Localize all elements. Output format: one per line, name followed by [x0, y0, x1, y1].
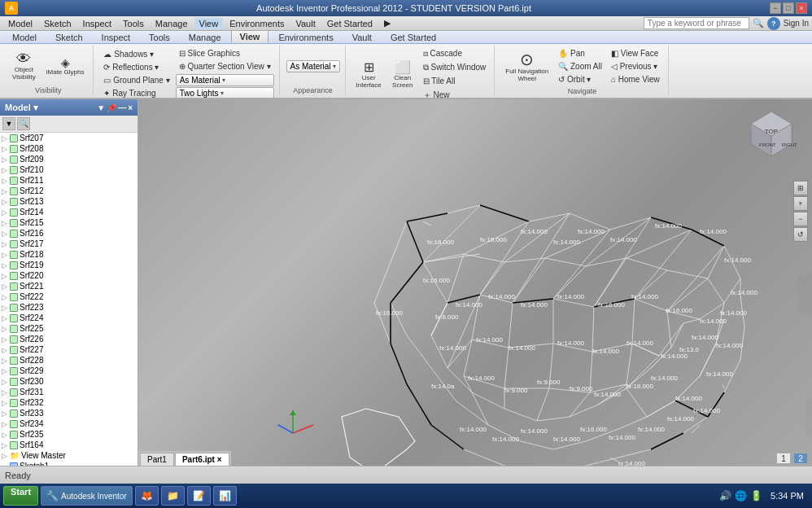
minimize-panel-icon[interactable]: — [118, 103, 126, 112]
quarter-section-button[interactable]: ⊕ Quarter Section View ▾ [176, 60, 274, 72]
zoom-out-button[interactable]: − [793, 212, 808, 226]
network-icon[interactable]: 🌐 [735, 490, 747, 501]
menu-model[interactable]: Model [3, 18, 37, 29]
pan-button[interactable]: ✋ Pan [555, 47, 605, 59]
ground-plane-button[interactable]: ▭ Ground Plane ▾ [100, 74, 172, 86]
taskbar-inventor[interactable]: 🔧 Autodesk Inventor [41, 486, 133, 506]
zoom-all-button[interactable]: 🔍 Zoom All [555, 60, 605, 72]
maximize-button[interactable]: □ [783, 2, 794, 14]
filter-icon[interactable]: ▼ [97, 103, 105, 112]
orbit-button[interactable]: ↺ Orbit ▾ [555, 73, 605, 85]
menu-get-started[interactable]: Get Started [322, 18, 378, 29]
close-panel-icon[interactable]: × [128, 103, 133, 112]
ribbon-tab-vault[interactable]: Vault [343, 31, 381, 43]
home-view-button[interactable]: ⌂ Home View [608, 73, 663, 85]
taskbar-excel[interactable]: 📊 [213, 486, 237, 506]
tree-item-srf228[interactable]: ▷Srf228 [0, 355, 138, 366]
tree-item-srf231[interactable]: ▷Srf231 [0, 387, 138, 397]
tree-item-srf218[interactable]: ▷Srf218 [0, 249, 138, 260]
ribbon-tab-inspect[interactable]: Inspect [93, 31, 139, 43]
tree-item-srf214[interactable]: ▷Srf214 [0, 207, 138, 217]
navigation-cube[interactable]: TOP FRONT RIGHT [739, 107, 804, 173]
tree-item-srf213[interactable]: ▷Srf213 [0, 196, 138, 207]
user-interface-button[interactable]: ⊞ UserInterface [352, 59, 386, 91]
menu-more[interactable]: ▶ [379, 17, 395, 29]
start-button[interactable]: Start [3, 486, 38, 506]
pin-icon[interactable]: 📌 [107, 103, 116, 112]
minimize-button[interactable]: − [770, 2, 781, 14]
tree-item-srf233[interactable]: ▷Srf233 [0, 408, 138, 418]
tree-item-view-master[interactable]: ▷📁View Master [0, 450, 138, 461]
reflections-button[interactable]: ⟳ Reflections ▾ [100, 61, 172, 73]
tree-item-srf208[interactable]: ▷Srf208 [0, 143, 138, 154]
ribbon-tab-tools[interactable]: Tools [140, 31, 179, 43]
tree-item-srf226[interactable]: ▷Srf226 [0, 334, 138, 344]
speaker-icon[interactable]: 🔊 [719, 490, 731, 501]
tree-item-srf209[interactable]: ▷Srf209 [0, 154, 138, 164]
switch-window-button[interactable]: ⧉ Switch Window [420, 61, 490, 74]
tree-item-srf234[interactable]: ▷Srf234 [0, 418, 138, 429]
tree-item-srf224[interactable]: ▷Srf224 [0, 313, 138, 323]
tree-item-srf227[interactable]: ▷Srf227 [0, 344, 138, 355]
tree-item-srf223[interactable]: ▷Srf223 [0, 302, 138, 313]
menu-inspect[interactable]: Inspect [78, 18, 116, 29]
ribbon-tab-model[interactable]: Model [3, 31, 46, 43]
tree-item-srf220[interactable]: ▷Srf220 [0, 270, 138, 281]
menu-view[interactable]: View [194, 18, 224, 29]
menu-environments[interactable]: Environments [225, 18, 289, 29]
tree-item-srf212[interactable]: ▷Srf212 [0, 186, 138, 196]
tree-item-srf230[interactable]: ▷Srf230 [0, 376, 138, 387]
tree-item-srf164[interactable]: ▷Srf164 [0, 440, 138, 450]
ribbon-tab-manage[interactable]: Manage [180, 31, 230, 43]
part6-tab[interactable]: Part6.ipt × [175, 453, 229, 466]
taskbar-word[interactable]: 📝 [187, 486, 211, 506]
tree-item-srf232[interactable]: ▷Srf232 [0, 397, 138, 408]
ribbon-tab-get-started[interactable]: Get Started [382, 31, 445, 43]
ribbon-tab-view[interactable]: View [231, 30, 269, 43]
as-material-dropdown2[interactable]: As Material ▾ [286, 60, 340, 72]
taskbar-firefox[interactable]: 🦊 [135, 486, 159, 506]
previous-button[interactable]: ◁ Previous ▾ [608, 60, 663, 72]
viewport[interactable]: fx:16.000 fx:16.000 fx:16.000 fx:14.000 … [138, 99, 812, 466]
slice-graphics-button[interactable]: ⊟ Slice Graphics [176, 47, 274, 59]
tree-item-srf235[interactable]: ▷Srf235 [0, 429, 138, 440]
clean-screen-button[interactable]: ⬜ CleanScreen [388, 59, 417, 91]
tree-item-srf210[interactable]: ▷Srf210 [0, 164, 138, 175]
page-1[interactable]: 1 [776, 453, 791, 464]
page-2[interactable]: 2 [793, 453, 808, 464]
view-face-button[interactable]: ◧ View Face [608, 47, 663, 59]
menu-vault[interactable]: Vault [290, 18, 320, 29]
sign-in-button[interactable]: Sign In [784, 19, 809, 28]
full-navigation-wheel-button[interactable]: ⊙ Full NavigationWheel [501, 49, 552, 85]
tree-item-srf229[interactable]: ▷Srf229 [0, 366, 138, 376]
tree-item-srf215[interactable]: ▷Srf215 [0, 217, 138, 228]
search-tool[interactable]: 🔍 [17, 117, 30, 130]
tree-item-srf222[interactable]: ▷Srf222 [0, 291, 138, 302]
taskbar-explorer[interactable]: 📁 [161, 486, 185, 506]
as-material-dropdown[interactable]: As Material ▾ [176, 74, 274, 86]
menu-manage[interactable]: Manage [151, 18, 193, 29]
fit-view-button[interactable]: ⊞ [793, 181, 808, 195]
tree-item-srf211[interactable]: ▷Srf211 [0, 175, 138, 186]
rotate-view-button[interactable]: ↺ [793, 227, 808, 242]
tree-item-sketch1[interactable]: Sketch1 [0, 461, 138, 466]
cascade-button[interactable]: ⧈ Cascade [420, 47, 490, 60]
close-button[interactable]: × [796, 2, 807, 14]
filter-tool[interactable]: ▼ [2, 117, 15, 130]
part1-tab[interactable]: Part1 [140, 453, 174, 466]
ray-tracing-button[interactable]: ✦ Ray Tracing [100, 87, 172, 99]
new-window-button[interactable]: ＋ New [420, 88, 490, 99]
tree-item-srf221[interactable]: ▷Srf221 [0, 281, 138, 291]
tree-item-srf225[interactable]: ▷Srf225 [0, 323, 138, 334]
menu-sketch[interactable]: Sketch [39, 18, 76, 29]
menu-tools[interactable]: Tools [118, 18, 149, 29]
two-lights-dropdown[interactable]: Two Lights ▾ [176, 87, 274, 99]
tile-all-button[interactable]: ⊟ Tile All [420, 75, 490, 87]
search-input[interactable] [644, 17, 749, 29]
tree-item-srf207[interactable]: ▷Srf207 [0, 133, 138, 143]
search-button[interactable]: 🔍 [753, 18, 764, 28]
help-button[interactable]: ? [767, 17, 780, 30]
tree-item-srf216[interactable]: ▷Srf216 [0, 228, 138, 239]
ribbon-tab-sketch[interactable]: Sketch [46, 31, 92, 43]
object-visibility-button[interactable]: 👁 ObjectVisibility [8, 49, 40, 83]
